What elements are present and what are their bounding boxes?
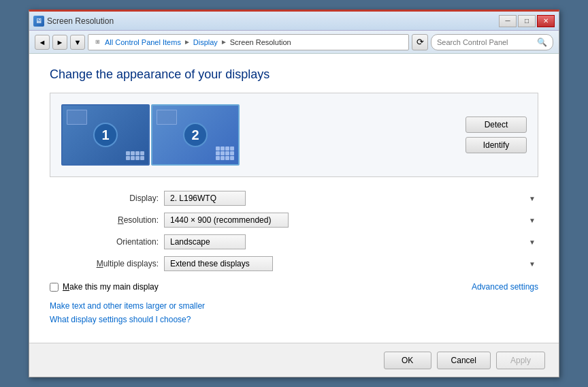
monitor-2[interactable]: 2 xyxy=(151,104,240,166)
cp-icon: ⊞ xyxy=(93,37,102,47)
display-select[interactable]: 2. L196WTQ xyxy=(164,191,246,206)
monitor-1-mini-screen xyxy=(67,110,87,125)
monitor-preview-area: 1 2 xyxy=(50,93,538,177)
search-input[interactable] xyxy=(437,38,534,46)
resolution-label: Resolution: xyxy=(50,215,159,225)
sep1: ► xyxy=(184,38,191,46)
breadcrumb-current: Screen Resolution xyxy=(230,38,291,46)
back-button[interactable]: ◄ xyxy=(35,35,50,50)
orientation-select-wrapper: Landscape ▼ xyxy=(164,234,538,249)
page-title: Change the appearance of your displays xyxy=(50,67,538,82)
close-button[interactable]: ✕ xyxy=(537,15,555,27)
breadcrumb-link-cp[interactable]: All Control Panel Items xyxy=(105,38,181,46)
title-bar: 🖥 Screen Resolution ─ □ ✕ xyxy=(29,12,559,31)
orientation-select[interactable]: Landscape xyxy=(164,234,246,249)
resolution-select[interactable]: 1440 × 900 (recommended) xyxy=(164,213,289,228)
resolution-select-arrow: ▼ xyxy=(529,217,536,224)
advanced-settings-link[interactable]: Advanced settings xyxy=(472,282,538,292)
search-bar[interactable]: 🔍 xyxy=(431,34,553,50)
larger-text-link[interactable]: Make text and other items larger or smal… xyxy=(50,301,538,311)
content-area: Change the appearance of your displays 1 xyxy=(29,54,559,343)
minimize-button[interactable]: ─ xyxy=(499,15,517,27)
dropdown-button[interactable]: ▼ xyxy=(70,35,85,50)
form-area: Display: 2. L196WTQ ▼ Resolution: 1440 ×… xyxy=(50,191,538,271)
monitor-2-number: 2 xyxy=(183,123,208,147)
resolution-select-wrapper: 1440 × 900 (recommended) ▼ xyxy=(164,213,538,228)
monitor-1-grid-icon xyxy=(126,151,144,160)
main-display-checkbox[interactable] xyxy=(50,283,59,292)
ok-button[interactable]: OK xyxy=(384,352,431,369)
multiple-label: Multiple displays: xyxy=(50,259,159,268)
window-icon: 🖥 xyxy=(33,16,44,27)
detect-area: Detect Identify xyxy=(466,117,527,153)
monitor-2-mini-screen xyxy=(157,110,177,125)
search-icon[interactable]: 🔍 xyxy=(537,37,547,47)
window-title: Screen Resolution xyxy=(47,16,114,26)
display-select-arrow: ▼ xyxy=(529,195,536,202)
forward-button[interactable]: ► xyxy=(52,35,67,50)
sep2: ► xyxy=(220,38,227,46)
multiple-select-wrapper: Extend these displays ▼ xyxy=(164,256,538,271)
address-bar: ◄ ► ▼ ⊞ All Control Panel Items ► Displa… xyxy=(29,31,559,54)
detect-button[interactable]: Detect xyxy=(466,117,527,133)
help-links: Make text and other items larger or smal… xyxy=(50,301,538,324)
maximize-button[interactable]: □ xyxy=(518,15,536,27)
breadcrumb-link-display[interactable]: Display xyxy=(193,38,218,46)
monitors-container: 1 2 xyxy=(61,104,445,166)
display-settings-link[interactable]: What display settings should I choose? xyxy=(50,315,538,324)
cancel-button[interactable]: Cancel xyxy=(437,352,491,369)
title-bar-left: 🖥 Screen Resolution xyxy=(33,16,114,27)
main-display-checkbox-row: Make this my main display xyxy=(50,282,159,292)
multiple-select[interactable]: Extend these displays xyxy=(164,256,273,271)
refresh-button[interactable]: ⟳ xyxy=(412,34,428,50)
monitor-2-grid-icon xyxy=(216,146,234,160)
apply-button[interactable]: Apply xyxy=(496,352,545,369)
orientation-select-arrow: ▼ xyxy=(529,238,536,246)
identify-button[interactable]: Identify xyxy=(466,137,527,153)
multiple-select-arrow: ▼ xyxy=(529,260,536,268)
monitor-1-number: 1 xyxy=(93,123,118,147)
main-display-label: Make this my main display xyxy=(63,282,159,292)
breadcrumb: ⊞ All Control Panel Items ► Display ► Sc… xyxy=(88,34,409,50)
main-display-row: Make this my main display Advanced setti… xyxy=(50,282,538,292)
orientation-label: Orientation: xyxy=(50,237,159,247)
bottom-bar: OK Cancel Apply xyxy=(29,343,559,377)
display-select-wrapper: 2. L196WTQ ▼ xyxy=(164,191,538,206)
title-bar-controls: ─ □ ✕ xyxy=(499,15,555,27)
monitor-1[interactable]: 1 xyxy=(61,104,150,166)
main-window: 🖥 Screen Resolution ─ □ ✕ ◄ ► ▼ ⊞ All Co… xyxy=(29,10,559,377)
display-label: Display: xyxy=(50,194,159,203)
